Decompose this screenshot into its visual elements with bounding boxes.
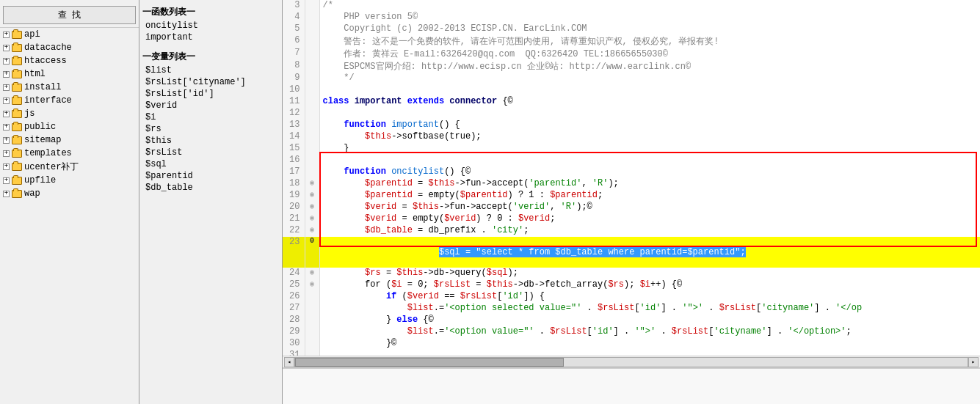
line-icon bbox=[305, 131, 319, 143]
scroll-right-button[interactable]: ▸ bbox=[968, 357, 979, 367]
var-item-parentid[interactable]: $parentid bbox=[142, 170, 279, 182]
line-code[interactable]: function oncitylist() {© bbox=[319, 166, 980, 178]
var-item-list[interactable]: $list bbox=[142, 65, 279, 76]
line-code[interactable]: PHP version 5© bbox=[319, 12, 980, 23]
line-number: 25 bbox=[283, 279, 305, 291]
sidebar-item-upfile[interactable]: + upfile bbox=[0, 174, 139, 187]
line-code[interactable]: }© bbox=[319, 338, 980, 350]
expand-icon: + bbox=[3, 84, 10, 91]
expand-icon: + bbox=[3, 177, 10, 184]
selected-text: $sql = "select * from $db_table where pa… bbox=[439, 247, 746, 257]
expand-icon: + bbox=[3, 150, 10, 157]
line-code[interactable]: */ bbox=[319, 73, 980, 84]
line-number: 26 bbox=[283, 291, 305, 303]
line-icon bbox=[305, 155, 319, 166]
line-code[interactable]: $list.='<option selected value="' . $rsL… bbox=[319, 303, 980, 315]
line-code[interactable]: 作者: 黄祥云 E-mail:6326420@qq.com QQ:6326420… bbox=[319, 48, 980, 60]
line-code[interactable]: if ($verid == $rsList['id']) { bbox=[319, 291, 980, 303]
horizontal-scrollbar[interactable]: ◂ ▸ bbox=[283, 356, 980, 367]
line-number: 10 bbox=[283, 84, 305, 96]
sidebar-item-templates[interactable]: + templates bbox=[0, 147, 139, 160]
table-row: 18 ◉ $parentid = $this->fun->accept('par… bbox=[283, 178, 980, 190]
line-code[interactable]: 警告: 这不是一个免费的软件, 请在许可范围内使用, 请尊重知识产权, 侵权必究… bbox=[319, 35, 980, 48]
sidebar-item-datacache[interactable]: + datacache bbox=[0, 41, 139, 54]
line-code[interactable]: $parentid = $this->fun->accept('parentid… bbox=[319, 178, 980, 190]
line-code[interactable]: /* bbox=[319, 0, 980, 12]
expand-icon: + bbox=[3, 164, 10, 170]
line-code[interactable]: $parentid = empty($parentid) ? 1 : $pare… bbox=[319, 190, 980, 202]
var-item-db-table[interactable]: $db_table bbox=[142, 182, 279, 194]
line-code[interactable]: $verid = empty($verid) ? 0 : $verid; bbox=[319, 213, 980, 225]
line-code[interactable]: $list.='<option value="' . $rsList['id']… bbox=[319, 326, 980, 338]
var-item-this[interactable]: $this bbox=[142, 135, 279, 147]
line-icon bbox=[305, 120, 319, 131]
sidebar-item-wap[interactable]: + wap bbox=[0, 187, 139, 200]
sidebar-item-htaccess[interactable]: + htaccess bbox=[0, 54, 139, 67]
line-code[interactable] bbox=[319, 350, 980, 356]
line-icon: 0 bbox=[305, 237, 319, 268]
var-item-rslist-id[interactable]: $rsList['id'] bbox=[142, 88, 279, 100]
table-row: 11 class important extends connector {© bbox=[283, 96, 980, 108]
sidebar-item-sitemap[interactable]: + sitemap bbox=[0, 133, 139, 147]
table-row: 17 function oncitylist() {© bbox=[283, 166, 980, 178]
line-code[interactable]: } bbox=[319, 143, 980, 155]
var-item-rslist[interactable]: $rsList bbox=[142, 147, 279, 158]
line-icon bbox=[305, 48, 319, 60]
line-code[interactable]: Copyright (c) 2002-2013 ECISP.CN. EarcLi… bbox=[319, 23, 980, 35]
line-code[interactable]: $db_table = db_prefix . 'city'; bbox=[319, 225, 980, 237]
line-icon bbox=[305, 12, 319, 23]
h-scroll-track[interactable] bbox=[294, 357, 968, 367]
sidebar-item-ucenter[interactable]: + ucenter补丁 bbox=[0, 160, 139, 174]
h-scroll-thumb[interactable] bbox=[295, 358, 564, 367]
line-icon bbox=[305, 303, 319, 315]
bottom-panel bbox=[283, 367, 980, 404]
line-code[interactable]: $verid = $this->fun->accept('verid', 'R'… bbox=[319, 202, 980, 213]
line-number: 6 bbox=[283, 35, 305, 48]
code-scroll-container[interactable]: 3 /* 4 PHP version 5© 5 Cop bbox=[283, 0, 980, 356]
line-code[interactable]: function important() { bbox=[319, 120, 980, 131]
file-tree-sidebar[interactable]: 查 找 + api + datacache + htaccess + html … bbox=[0, 0, 139, 404]
search-button[interactable]: 查 找 bbox=[3, 6, 136, 24]
line-icon bbox=[305, 315, 319, 326]
sidebar-item-interface[interactable]: + interface bbox=[0, 94, 139, 107]
line-code[interactable] bbox=[319, 108, 980, 120]
line-code[interactable]: ESPCMS官网介绍: http://www.ecisp.cn 企业©站: ht… bbox=[319, 60, 980, 73]
line-code[interactable]: } else {© bbox=[319, 315, 980, 326]
func-item-oncitylist[interactable]: oncitylist bbox=[142, 20, 279, 32]
line-number: 3 bbox=[283, 0, 305, 12]
var-item-verid[interactable]: $verid bbox=[142, 100, 279, 111]
folder-icon bbox=[11, 81, 23, 93]
sidebar-item-js[interactable]: + js bbox=[0, 107, 139, 120]
line-code[interactable]: for ($i = 0; $rsList = $this->db->fetch_… bbox=[319, 279, 980, 291]
line-code[interactable] bbox=[319, 155, 980, 166]
line-number: 24 bbox=[283, 268, 305, 279]
expand-icon: + bbox=[3, 71, 10, 78]
line-code[interactable]: class important extends connector {© bbox=[319, 96, 980, 108]
sidebar-item-label: public bbox=[24, 122, 56, 132]
line-number: 15 bbox=[283, 143, 305, 155]
sidebar-item-label: htaccess bbox=[24, 56, 67, 66]
line-code[interactable]: $this->softbase(true); bbox=[319, 131, 980, 143]
folder-icon bbox=[11, 108, 23, 120]
expand-icon: + bbox=[3, 45, 10, 51]
var-item-rs[interactable]: $rs bbox=[142, 123, 279, 135]
code-editor[interactable]: 3 /* 4 PHP version 5© 5 Cop bbox=[283, 0, 980, 404]
table-row: 24 ◉ $rs = $this->db->query($sql); bbox=[283, 268, 980, 279]
line-code-highlighted[interactable]: $sql = "select * from $db_table where pa… bbox=[319, 237, 980, 268]
sidebar-item-api[interactable]: + api bbox=[0, 28, 139, 41]
table-row: 29 $list.='<option value="' . $rsList['i… bbox=[283, 326, 980, 338]
sidebar-item-label: sitemap bbox=[24, 135, 61, 145]
sidebar-item-install[interactable]: + install bbox=[0, 81, 139, 94]
line-code[interactable] bbox=[319, 84, 980, 96]
var-item-i[interactable]: $i bbox=[142, 111, 279, 123]
func-section-header: 一函数列表一 bbox=[142, 6, 279, 18]
func-item-important[interactable]: important bbox=[142, 32, 279, 43]
sidebar-item-public[interactable]: + public bbox=[0, 120, 139, 133]
line-number: 20 bbox=[283, 202, 305, 213]
line-code[interactable]: $rs = $this->db->query($sql); bbox=[319, 268, 980, 279]
sidebar-item-label: js bbox=[24, 109, 35, 119]
scroll-left-button[interactable]: ◂ bbox=[284, 357, 294, 367]
sidebar-item-html[interactable]: + html bbox=[0, 67, 139, 81]
var-item-sql[interactable]: $sql bbox=[142, 158, 279, 170]
var-item-rslist-cityname[interactable]: $rsList['cityname'] bbox=[142, 76, 279, 88]
